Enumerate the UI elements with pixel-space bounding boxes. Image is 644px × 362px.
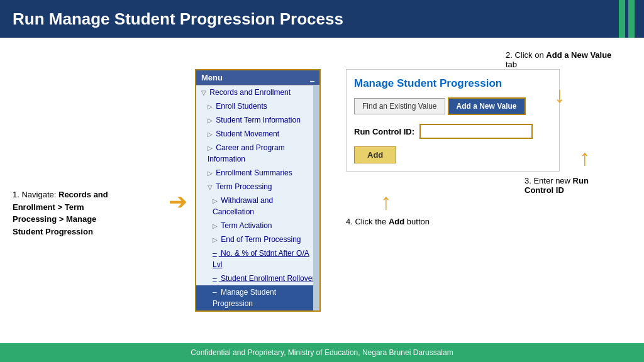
career-arrow-icon: ▷	[208, 145, 213, 151]
annotation-2: 2. Click on Add a New Value tab	[506, 50, 619, 69]
records-arrow-icon: ▽	[201, 89, 206, 96]
annotation-2-text: 2. Click on Add a New Value tab	[506, 50, 611, 69]
career-label: Career and Program Information	[208, 143, 285, 163]
main-content: 1. Navigate: Records and Enrollment > Te…	[0, 38, 644, 342]
page-title: Run Manage Student Progression Process	[13, 9, 343, 29]
menu-header: Menu ⎯	[196, 70, 319, 85]
term-activation-label: Term Activation	[221, 221, 272, 230]
menu-scrollbar[interactable]	[313, 85, 319, 310]
arrow-runid-up: ↑	[579, 145, 591, 171]
menu-panel: Menu ⎯ ▽ Records and Enrollment ▷ Enroll…	[195, 69, 321, 312]
run-control-label: Run Control ID:	[354, 127, 414, 136]
menu-item-term-processing[interactable]: ▽ Term Processing	[196, 180, 319, 194]
student-term-label: Student Term Information	[216, 116, 301, 124]
manage-progression-label: Manage Student Progression	[213, 288, 276, 308]
annotation-4-bold: Add	[389, 217, 404, 226]
tab-find-existing[interactable]: Find an Existing Value	[354, 98, 445, 114]
student-term-arrow-icon: ▷	[208, 117, 213, 124]
annotation-4: 4. Click the Add button	[346, 217, 430, 226]
annotation-3-text: 3. Enter new Run Control ID	[525, 176, 589, 195]
menu-item-manage-progression[interactable]: – Manage Student Progression	[196, 285, 319, 310]
header-accent-bar1	[619, 0, 625, 38]
withdrawal-label: Withdrawal and Cancellation	[213, 196, 273, 216]
manage-progression-dash-icon: –	[213, 288, 217, 297]
menu-item-enrollment-rollover[interactable]: – Student Enrollment Rollover	[196, 272, 319, 285]
annotation-3: 3. Enter new Run Control ID	[525, 176, 619, 195]
menu-item-no-percent[interactable]: – No. & % of Stdnt After O/A Lvl	[196, 246, 319, 272]
run-control-row: Run Control ID:	[354, 124, 552, 139]
end-of-term-arrow-icon: ▷	[213, 236, 218, 243]
header-accent-bar2	[628, 0, 635, 38]
annotation-3-bold: Run Control ID	[525, 176, 589, 195]
enroll-label: Enroll Students	[216, 102, 267, 111]
tab-add-new-value[interactable]: Add a New Value	[448, 97, 526, 115]
tabs-row: Find an Existing Value Add a New Value	[354, 97, 552, 115]
menu-item-student-term[interactable]: ▷ Student Term Information	[196, 113, 319, 127]
enrollment-rollover-label: Student Enrollment Rollover	[221, 274, 314, 283]
menu-minimize-icon[interactable]: ⎯	[310, 74, 314, 82]
no-percent-label: No. & % of Stdnt After O/A Lvl	[213, 249, 309, 269]
menu-item-term-activation[interactable]: ▷ Term Activation	[196, 219, 319, 233]
enrollment-summaries-arrow-icon: ▷	[208, 170, 213, 177]
withdrawal-arrow-icon: ▷	[213, 197, 218, 204]
annotation-1: 1. Navigate: Records and Enrollment > Te…	[13, 189, 126, 238]
run-control-input[interactable]	[419, 124, 533, 139]
enrollment-summaries-label: Enrollment Summaries	[216, 168, 292, 177]
right-panel: 2. Click on Add a New Value tab ↓ Manage…	[340, 50, 631, 172]
term-activation-arrow-icon: ▷	[213, 222, 218, 229]
arrow-add-up: ↑	[380, 189, 392, 215]
add-button[interactable]: Add	[354, 146, 396, 163]
enrollment-rollover-dash-icon: –	[213, 274, 217, 283]
menu-item-end-of-term[interactable]: ▷ End of Term Processing	[196, 233, 319, 246]
menu-item-withdrawal[interactable]: ▷ Withdrawal and Cancellation	[196, 194, 319, 219]
manage-student-progression-panel: Manage Student Progression Find an Exist…	[346, 69, 560, 172]
arrow-tab-down: ↓	[554, 82, 565, 108]
menu-item-enroll[interactable]: ▷ Enroll Students	[196, 99, 319, 113]
no-percent-dash-icon: –	[213, 249, 217, 258]
menu-item-records[interactable]: ▽ Records and Enrollment	[196, 85, 319, 99]
records-label: Records and Enrollment	[209, 88, 291, 97]
end-of-term-label: End of Term Processing	[221, 235, 301, 244]
menu-items-list: ▽ Records and Enrollment ▷ Enroll Studen…	[196, 85, 319, 310]
menu-item-enrollment-summaries[interactable]: ▷ Enrollment Summaries	[196, 166, 319, 180]
enroll-arrow-icon: ▷	[208, 103, 213, 110]
menu-title: Menu	[201, 73, 223, 82]
add-button-container: Add	[354, 146, 552, 163]
term-processing-arrow-icon: ▽	[208, 184, 213, 190]
menu-body: ▽ Records and Enrollment ▷ Enroll Studen…	[196, 85, 319, 310]
menu-item-student-movement[interactable]: ▷ Student Movement	[196, 127, 319, 141]
menu-item-career[interactable]: ▷ Career and Program Information	[196, 141, 319, 166]
manage-panel-title: Manage Student Progression	[354, 77, 552, 90]
annotation-1-prefix: 1. Navigate:	[13, 190, 58, 199]
footer: Confidential and Proprietary, Ministry o…	[0, 343, 644, 362]
annotation-2-bold: Add a New Value	[546, 50, 611, 60]
annotation-4-text: 4. Click the Add button	[346, 217, 430, 226]
footer-text: Confidential and Proprietary, Ministry o…	[191, 348, 453, 357]
term-processing-label: Term Processing	[216, 182, 272, 191]
student-movement-label: Student Movement	[216, 129, 279, 138]
student-movement-arrow-icon: ▷	[208, 131, 213, 138]
page-header: Run Manage Student Progression Process	[0, 0, 644, 38]
